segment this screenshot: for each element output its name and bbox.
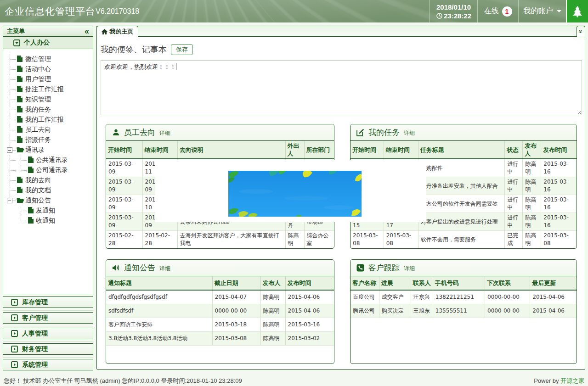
sidebar-tree-item[interactable]: 活动中心 bbox=[3, 64, 93, 74]
table-cell: 综合办公室 bbox=[304, 231, 334, 249]
detail-link[interactable]: 详细 bbox=[404, 129, 415, 137]
table-cell: 陈高明 bbox=[260, 318, 285, 332]
sidebar-tree-item[interactable]: 发通知 bbox=[3, 206, 93, 216]
table-cell: 陈高明 bbox=[260, 332, 285, 346]
table-cell: 腾讯公司 bbox=[351, 304, 379, 318]
column-header: 发布时间 bbox=[285, 276, 334, 290]
notes-textarea[interactable]: 欢迎欢迎，热烈欢迎！！！ bbox=[101, 60, 582, 115]
floating-ad-overlay[interactable] bbox=[155, 160, 426, 222]
table-row[interactable]: 客户回访工作安排2015-03-18陈高明2015-03-16 bbox=[106, 318, 334, 332]
online-block[interactable]: 在线 1 bbox=[477, 0, 518, 22]
speaker-icon bbox=[112, 264, 120, 272]
sidebar-tree-item[interactable]: 我的文档 bbox=[3, 185, 93, 196]
table-cell: 客户回访工作安排 bbox=[106, 318, 212, 332]
sidebar-tree-item[interactable]: 指派任务 bbox=[3, 135, 93, 145]
table-row[interactable]: 2015-02-282015-02-28去海州开发区拜访客户，大家有事直接打我电… bbox=[106, 231, 334, 249]
table-cell: 2015-02-28 bbox=[142, 231, 177, 249]
sidebar-tree-item[interactable]: 公司通讯录 bbox=[3, 165, 93, 175]
tree-guide-stub bbox=[10, 59, 16, 60]
column-header: 手机号码 bbox=[433, 276, 485, 290]
column-header: 截止日期 bbox=[212, 276, 260, 290]
sidebar-tree-item[interactable]: 我的任务 bbox=[3, 105, 93, 115]
table-cell: 2015-03-16 bbox=[541, 195, 577, 213]
phone-icon bbox=[356, 264, 364, 272]
table-row[interactable]: 腾讯公司购买决定王旭东1355555110000-00-002015-04-06 bbox=[351, 304, 577, 318]
table-cell: 2015-03-16 bbox=[541, 177, 577, 195]
notes-heading: 我的便签、记事本 bbox=[101, 44, 167, 55]
theme-button[interactable] bbox=[566, 0, 588, 22]
table-row[interactable]: 2015-03-082015-03-08软件不会用，需要服务已完成陈高明2015… bbox=[351, 231, 577, 249]
table-cell: 百度公司 bbox=[351, 290, 379, 304]
tree-guide-stub bbox=[10, 140, 16, 140]
column-header: 发布时间 bbox=[541, 141, 577, 159]
column-header: 状态 bbox=[505, 141, 523, 159]
sidebar-tree: 微信管理 活动中心 bbox=[3, 49, 93, 294]
detail-link[interactable]: 详细 bbox=[159, 129, 170, 137]
customers-table: 客户名称进展联系人手机号码下次联系最后更新百度公司成交客户汪东兴13822121… bbox=[351, 276, 577, 318]
document-icon bbox=[17, 85, 23, 94]
tree-guide-stub bbox=[10, 170, 16, 171]
table-row[interactable]: 百度公司成交客户汪东兴138221212510000-00-002015-04-… bbox=[351, 290, 577, 304]
account-menu[interactable]: 我的账户 bbox=[518, 0, 566, 22]
table-cell: 2015-03-02 bbox=[285, 332, 334, 346]
table-row[interactable]: 3.8活动3.8活动3.8活动3.8活动2015-03-08陈高明2015-03… bbox=[106, 332, 334, 346]
document-icon bbox=[17, 136, 23, 145]
sidebar-tree-item[interactable]: 批注工作汇报 bbox=[3, 84, 93, 95]
sidebar-tree-item[interactable]: 通知公告 bbox=[3, 196, 93, 206]
caret-square-right-icon bbox=[11, 361, 18, 368]
tree-expander-icon[interactable] bbox=[7, 198, 12, 203]
app-title: 企业信息化管理平台V6.20170318 bbox=[0, 0, 429, 22]
tree-guide-stub bbox=[10, 79, 16, 80]
table-cell: 陈高明 bbox=[523, 177, 541, 195]
sidebar-tree-item[interactable]: 微信管理 bbox=[3, 54, 93, 64]
accordion-divider bbox=[3, 326, 93, 326]
document-icon bbox=[28, 217, 34, 225]
table-cell: 进行中 bbox=[505, 195, 523, 213]
tree-expander-icon[interactable] bbox=[7, 147, 12, 153]
sidebar-tree-item[interactable]: 我的去向 bbox=[3, 175, 93, 185]
sidebar-accordion-header[interactable]: 库存管理 bbox=[3, 296, 93, 308]
sidebar-tree-item[interactable]: 公共通讯录 bbox=[3, 155, 93, 165]
footer: 您好！ 技术部 办公室主任 司马飘然 (admin) 您的IP:0.0.0.0 … bbox=[0, 373, 588, 386]
table-cell: 2015-04-06 bbox=[530, 304, 577, 318]
column-header: 开始时间 bbox=[351, 141, 384, 159]
footer-brand-link[interactable]: 开源之家 bbox=[560, 377, 584, 384]
table-cell: 陈高明 bbox=[285, 231, 304, 249]
sidebar-title: 主菜单 bbox=[7, 27, 25, 35]
table-cell: 进行中 bbox=[505, 213, 523, 231]
sidebar-collapse-button[interactable]: « bbox=[85, 27, 89, 35]
sidebar-tree-item[interactable]: 收通知 bbox=[3, 216, 93, 226]
tree-guide-stub bbox=[10, 180, 16, 181]
table-row[interactable]: sdfsdfsdf0000-00-00陈高明2015-04-06 bbox=[106, 304, 334, 318]
sidebar-accordion-header[interactable]: 财务管理 bbox=[3, 343, 93, 355]
tree-guide-stub bbox=[10, 90, 16, 90]
sidebar-tree-item[interactable]: 我的工作汇报 bbox=[3, 115, 93, 125]
sidebar: 主菜单 « 个人办公 微信管理 bbox=[3, 26, 93, 370]
person-icon bbox=[112, 129, 120, 136]
table-cell: 已完成 bbox=[505, 231, 523, 249]
save-button[interactable]: 保存 bbox=[171, 44, 193, 55]
detail-link[interactable]: 详细 bbox=[404, 265, 415, 273]
sidebar-tree-item[interactable]: 用户管理 bbox=[3, 74, 93, 84]
sidebar-accordion-header[interactable]: 系统管理 bbox=[3, 359, 93, 370]
tab-collapse-button[interactable]: » bbox=[577, 26, 585, 37]
tab-my-homepage[interactable]: 我的主页 bbox=[96, 26, 138, 37]
document-icon bbox=[17, 116, 23, 124]
sidebar-tree-item[interactable]: 知识管理 bbox=[3, 95, 93, 105]
detail-link[interactable]: 详细 bbox=[159, 265, 170, 273]
accordion-divider bbox=[3, 357, 93, 358]
tree-guide-stub bbox=[10, 100, 16, 100]
sidebar-tree-item[interactable]: 员工去向 bbox=[3, 125, 93, 135]
table-row[interactable]: dfgdfgdfgdsfgsdfgsdf2015-04-07陈高明2015-04… bbox=[106, 290, 334, 304]
datetime-block: 2018/01/10 23:28:22 bbox=[429, 0, 477, 22]
panel-notices: 通知公告 详细 通知标题截止日期发布人发布时间dfgdfgdfgdsfgsdfg… bbox=[106, 259, 334, 364]
sidebar-tree-item[interactable]: 通讯录 bbox=[3, 145, 93, 155]
table-cell: 成交客户 bbox=[379, 290, 411, 304]
sidebar-accordion-header[interactable]: 人事管理 bbox=[3, 328, 93, 339]
tree-guide-line2 bbox=[21, 216, 21, 221]
sidebar-section-personal-office[interactable]: 个人办公 bbox=[3, 37, 93, 49]
sidebar-accordion-header[interactable]: 客户管理 bbox=[3, 312, 93, 324]
table-cell: 2015-03-08 bbox=[541, 231, 577, 249]
document-icon bbox=[28, 156, 34, 165]
column-header: 进展 bbox=[379, 276, 411, 290]
